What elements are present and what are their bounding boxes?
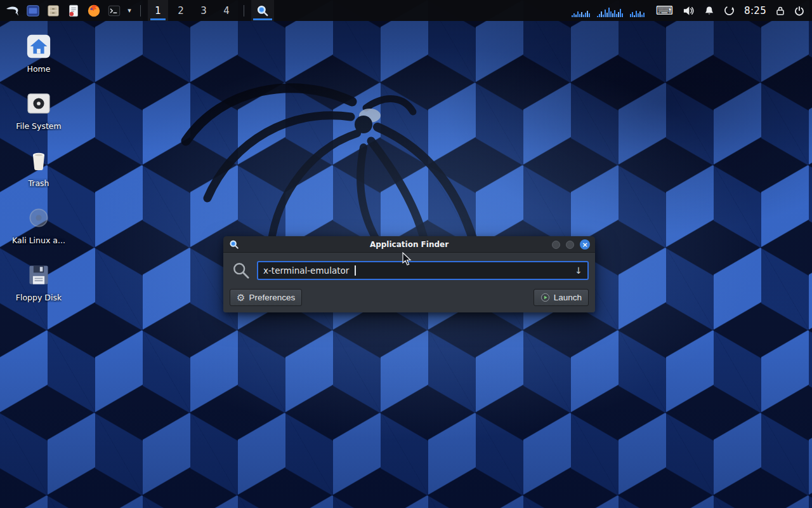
updates-refresh-icon[interactable] bbox=[724, 5, 735, 16]
panel-separator bbox=[244, 5, 244, 17]
search-input-value: x-terminal-emulator bbox=[263, 265, 349, 276]
search-icon bbox=[232, 262, 250, 279]
history-dropdown-arrow-icon[interactable]: ↓ bbox=[575, 265, 582, 276]
desktop-icon-file-system[interactable]: File System bbox=[8, 90, 70, 131]
desktop-icon-home[interactable]: Home bbox=[8, 33, 70, 74]
workspace-3-label: 3 bbox=[200, 5, 207, 17]
clock[interactable]: 8:25 bbox=[744, 5, 766, 17]
keyboard-layout-icon[interactable]: ⌨ bbox=[656, 4, 673, 17]
launch-button[interactable]: Launch bbox=[534, 289, 589, 306]
network-graph-icon[interactable] bbox=[572, 4, 592, 17]
disk-graph-icon[interactable] bbox=[630, 4, 646, 17]
lock-screen-icon[interactable] bbox=[776, 6, 785, 16]
floppy-icon bbox=[26, 262, 51, 288]
mouse-cursor bbox=[402, 252, 412, 266]
application-finder-window: Application Finder × x-terminal-emulator… bbox=[223, 236, 595, 312]
kali-menu-button[interactable] bbox=[4, 2, 22, 20]
system-monitor-graphs bbox=[572, 4, 646, 17]
notifications-bell-icon[interactable] bbox=[704, 6, 714, 16]
workspace-1-label: 1 bbox=[155, 5, 161, 17]
search-input[interactable]: x-terminal-emulator ↓ bbox=[257, 261, 589, 280]
file-manager-launcher-icon[interactable] bbox=[44, 2, 62, 20]
desktop-icon-label: Trash bbox=[28, 178, 49, 188]
system-tray: ⌨ 8:25 bbox=[572, 4, 808, 17]
desktop-icon-label: File System bbox=[16, 121, 62, 131]
drive-icon bbox=[25, 90, 52, 117]
close-button[interactable]: × bbox=[580, 239, 590, 250]
preferences-button[interactable]: ⚙ Preferences bbox=[230, 289, 302, 306]
window-title: Application Finder bbox=[370, 240, 449, 249]
workspace-4-label: 4 bbox=[223, 5, 230, 17]
desktop-icon-column: Home File System Trash Kali Linux a... bbox=[8, 33, 70, 302]
trash-icon bbox=[26, 147, 51, 174]
window-controls: × bbox=[552, 236, 590, 253]
firefox-launcher-icon[interactable] bbox=[85, 2, 103, 20]
cpu-graph-icon[interactable] bbox=[597, 4, 625, 17]
preferences-button-label: Preferences bbox=[249, 293, 295, 302]
panel-separator bbox=[140, 5, 141, 17]
workspace-4[interactable]: 4 bbox=[216, 0, 237, 21]
kali-disc-icon bbox=[26, 204, 51, 231]
desktop-icon-trash[interactable]: Trash bbox=[8, 147, 70, 188]
kali-dragon-wallpaper-art bbox=[162, 64, 517, 362]
top-panel: ▾ 1 2 3 4 bbox=[0, 0, 812, 21]
desktop-icon-label: Home bbox=[27, 64, 51, 74]
maximize-button[interactable] bbox=[566, 241, 574, 249]
desktop-icon-kali-linux[interactable]: Kali Linux a... bbox=[8, 204, 70, 245]
terminal-dropdown-chevron-icon[interactable]: ▾ bbox=[126, 6, 133, 15]
desktop-icon-label: Kali Linux a... bbox=[12, 236, 65, 245]
text-cursor bbox=[355, 265, 356, 276]
taskbar-application-finder[interactable] bbox=[251, 0, 274, 21]
minimize-button[interactable] bbox=[552, 241, 560, 249]
text-editor-launcher-icon[interactable] bbox=[65, 2, 82, 20]
window-titlebar[interactable]: Application Finder × bbox=[223, 236, 595, 253]
gear-icon: ⚙ bbox=[237, 293, 245, 302]
desktop-icon-floppy-disk[interactable]: Floppy Disk bbox=[8, 262, 70, 302]
application-finder-window-icon bbox=[229, 239, 239, 252]
application-finder-task-icon bbox=[256, 4, 269, 17]
workspace-2[interactable]: 2 bbox=[171, 0, 191, 21]
desktop-icon-label: Floppy Disk bbox=[16, 293, 62, 302]
terminal-launcher-icon[interactable] bbox=[105, 2, 123, 20]
workspace-3[interactable]: 3 bbox=[193, 0, 214, 21]
logout-power-icon[interactable] bbox=[794, 6, 804, 16]
launch-icon bbox=[540, 293, 550, 302]
volume-icon[interactable] bbox=[683, 6, 695, 16]
home-icon bbox=[25, 33, 52, 60]
launch-button-label: Launch bbox=[554, 293, 582, 302]
workspace-2-label: 2 bbox=[178, 5, 184, 17]
window-app-launcher-icon[interactable] bbox=[24, 2, 42, 20]
dialog-buttons: ⚙ Preferences Launch bbox=[230, 289, 589, 306]
workspace-1[interactable]: 1 bbox=[148, 0, 168, 21]
